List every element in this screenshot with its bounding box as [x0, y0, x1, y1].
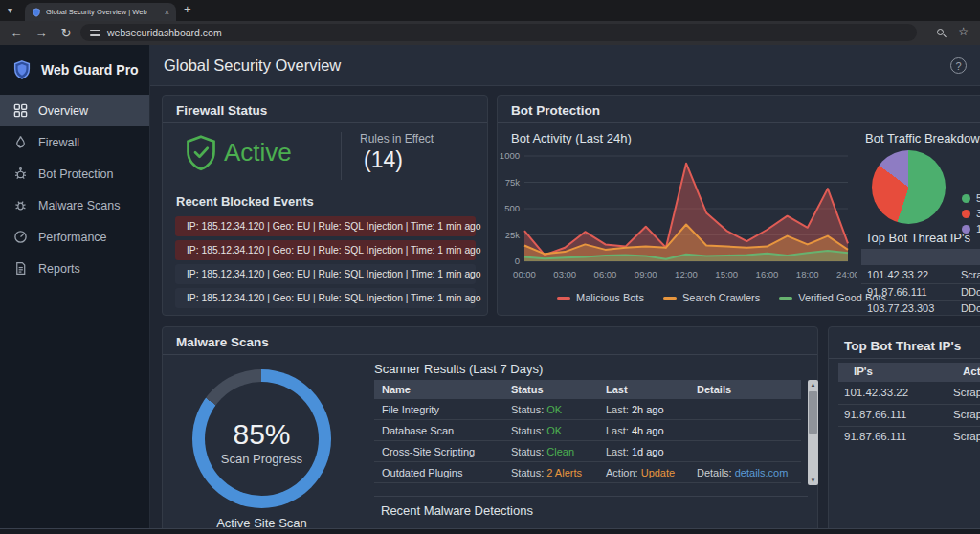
- column-header: Status: [511, 384, 544, 395]
- main-area: Global Security Overview ? Firewall Stat…: [150, 45, 980, 534]
- sidebar-item-bot-protection[interactable]: Bot Protection: [0, 158, 149, 189]
- bug-icon: [13, 198, 28, 212]
- browser-tab[interactable]: Global Security Overview | Web ×: [25, 3, 176, 21]
- blocked-event-text: IP: 185.12.34.120 | Geo: EU | Rule: SQL …: [187, 221, 481, 232]
- legend-label: 55: [976, 192, 980, 204]
- divider: [498, 122, 980, 123]
- sidebar-item-label: Reports: [38, 262, 80, 276]
- new-tab-button[interactable]: +: [184, 2, 191, 16]
- sidebar-item-malware-scans[interactable]: Malware Scans: [0, 189, 149, 221]
- cell-value: 2 Alerts: [546, 467, 582, 478]
- bot-icon: [13, 167, 28, 181]
- sidebar-item-reports[interactable]: Reports: [0, 253, 149, 284]
- scan-progress-value: 85%: [192, 418, 331, 451]
- dashboard-content: Firewall Status Active Rules in Effect (…: [150, 86, 980, 534]
- divider: [838, 426, 980, 427]
- brand-name: Web Guard Pro: [41, 62, 139, 78]
- table-scrollbar[interactable]: ▲ ▼: [808, 380, 818, 485]
- legend-dot: [962, 194, 970, 203]
- table-cell: Scraping: [961, 269, 980, 280]
- zoom-icon[interactable]: [937, 29, 944, 35]
- blocked-event-text: IP: 185.12.34.120 | Geo: EU | Rule: SQL …: [187, 293, 481, 303]
- sidebar-item-overview[interactable]: Overview: [0, 95, 149, 126]
- grid-icon: [13, 103, 28, 118]
- bookmark-star-icon[interactable]: ☆: [958, 25, 969, 38]
- back-icon[interactable]: ←: [4, 26, 29, 40]
- sidebar-item-firewall[interactable]: Firewall: [0, 126, 149, 158]
- sidebar: Web Guard Pro Overview Firewall Bot Prot…: [0, 45, 150, 534]
- cell-value: OK: [546, 404, 562, 415]
- firewall-status-value: Active: [224, 138, 292, 167]
- cell-value: Clean: [546, 446, 574, 457]
- legend-item: Malicious Bots: [557, 292, 644, 303]
- sidebar-item-label: Bot Protection: [38, 167, 114, 181]
- blocked-event-row: IP: 185.12.34.120 | Geo: EU | Rule: SQL …: [175, 264, 476, 284]
- divider: [861, 283, 980, 284]
- divider: [163, 354, 817, 355]
- table-header-row: Name Status Last Details: [374, 380, 801, 399]
- cell-prefix: Status:: [511, 425, 546, 436]
- address-bar[interactable]: websecuridashboard.com: [80, 24, 917, 41]
- malware-scans-card: Malware Scans 85% Scan Progress Active S…: [162, 326, 818, 534]
- column-header: Details: [697, 384, 731, 395]
- browser-toolbar: ← → ↻ websecuridashboard.com ☆: [0, 21, 980, 45]
- site-settings-icon[interactable]: [90, 29, 100, 37]
- cell-prefix: Status:: [511, 446, 546, 457]
- svg-text:24:00: 24:00: [836, 269, 857, 279]
- divider: [838, 404, 980, 405]
- column-header: IP's: [854, 366, 873, 377]
- cell-value: Update: [641, 467, 675, 478]
- svg-text:09:00: 09:00: [635, 269, 657, 279]
- table-cell: 91.87.66.111: [867, 286, 927, 298]
- pie-legend-item: 30: [962, 206, 980, 221]
- cell-value: OK: [546, 425, 562, 436]
- document-icon: [13, 261, 28, 276]
- scrollbar-thumb[interactable]: [809, 391, 817, 434]
- blocked-event-row: IP: 185.12.34.120 | Geo: EU | Rule: SQL …: [175, 240, 476, 260]
- cell-value: 1d ago: [632, 446, 664, 457]
- rules-in-effect-label: Rules in Effect: [360, 132, 434, 145]
- blocked-event-text: IP: 185.12.34.120 | Geo: EU | Rule: SQL …: [187, 245, 481, 256]
- divider: [829, 358, 980, 359]
- bot-traffic-pie-chart: [872, 150, 946, 224]
- table-cell: 91.87.66.111: [844, 409, 906, 420]
- tab-close-icon[interactable]: ×: [165, 8, 169, 17]
- table-cell: DDoS: [961, 302, 980, 314]
- gauge-icon: [13, 230, 28, 244]
- tab-search-chevron-icon[interactable]: ▾: [8, 4, 12, 17]
- table-cell: 101.42.33.22: [844, 387, 908, 398]
- blocked-event-row: IP: 185.12.34.120 | Geo: EU | Rule: SQL …: [175, 216, 476, 236]
- svg-text:00:00: 00:00: [513, 269, 536, 279]
- table-cell: Database Scan: [382, 425, 454, 436]
- pie-legend: 55 30 15: [962, 190, 980, 236]
- firewall-status-card: Firewall Status Active Rules in Effect (…: [162, 95, 488, 316]
- page-header: Global Security Overview ?: [150, 45, 980, 86]
- flame-icon: [13, 135, 28, 149]
- page-title: Global Security Overview: [164, 56, 341, 75]
- sidebar-item-performance[interactable]: Performance: [0, 221, 149, 253]
- details-link[interactable]: details.com: [735, 467, 789, 478]
- cell-value: 2h ago: [632, 404, 664, 415]
- cell-prefix: Last:: [606, 446, 632, 457]
- url-text: websecuridashboard.com: [107, 27, 222, 38]
- bot-protection-card: Bot Protection Bot Activity (Last 24h) 0…: [497, 95, 980, 316]
- svg-text:06:00: 06:00: [594, 269, 617, 279]
- bot-breakdown-title: Bot Traffic Breakdown: [865, 131, 980, 145]
- legend-dash: [663, 297, 677, 300]
- sidebar-item-label: Performance: [38, 231, 107, 244]
- svg-text:1000: 1000: [500, 150, 520, 161]
- table-header-row: IP's Activity: [861, 249, 980, 265]
- blocked-event-row: IP: 185.12.34.120 | Geo: EU | Rule: SQL …: [175, 288, 476, 308]
- help-icon[interactable]: ?: [950, 57, 967, 74]
- column-header: Last: [606, 384, 628, 395]
- chart-legend: Malicious BotsSearch CrawlersVerified Go…: [557, 292, 886, 303]
- scrollbar-down-icon[interactable]: ▼: [808, 478, 818, 483]
- forward-icon[interactable]: →: [29, 26, 54, 40]
- svg-text:12:00: 12:00: [675, 269, 698, 279]
- table-cell: 103.77.23.303: [867, 302, 934, 314]
- legend-label: 15: [976, 223, 980, 234]
- scan-progress-label: Scan Progress: [192, 452, 331, 466]
- favicon-shield-icon: [32, 8, 41, 17]
- scrollbar-up-icon[interactable]: ▲: [808, 382, 818, 388]
- reload-icon[interactable]: ↻: [54, 26, 78, 40]
